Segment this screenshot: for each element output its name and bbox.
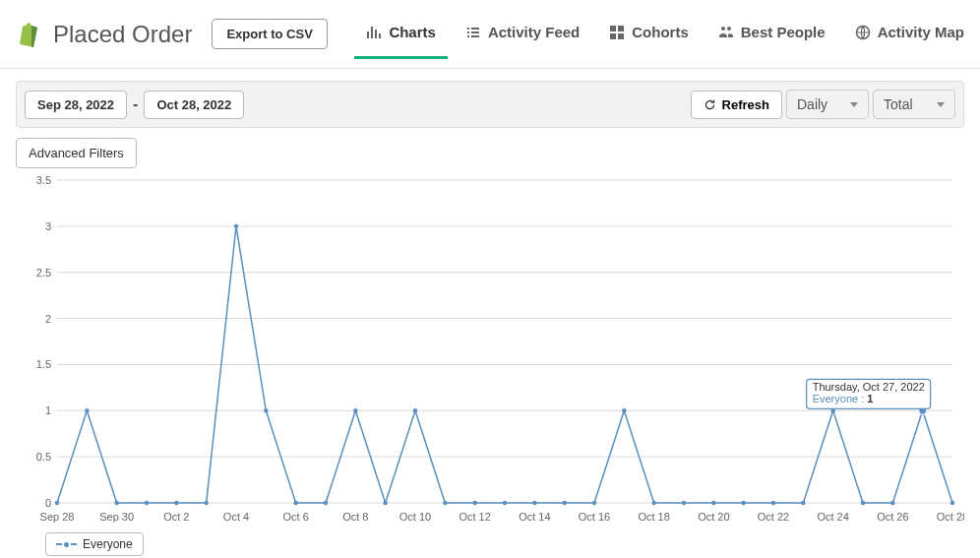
aggregation-select[interactable]: Total (873, 90, 955, 119)
svg-point-48 (503, 501, 507, 505)
svg-point-55 (711, 501, 715, 505)
svg-text:Everyone :  1: Everyone : 1 (813, 393, 874, 404)
tab-label: Charts (389, 24, 436, 40)
svg-text:Oct 26: Oct 26 (877, 511, 908, 523)
svg-point-49 (532, 501, 536, 505)
chart-area: 00.511.522.533.5Sep 28Sep 30Oct 2Oct 4Oc… (0, 168, 980, 558)
svg-text:3.5: 3.5 (36, 174, 51, 186)
header-bar: Placed Order Export to CSV Charts Activi… (0, 0, 980, 69)
svg-point-47 (472, 501, 476, 505)
svg-point-38 (204, 501, 208, 505)
list-icon (465, 25, 481, 40)
people-icon (718, 25, 734, 40)
svg-point-52 (622, 408, 626, 412)
export-csv-button[interactable]: Export to CSV (212, 19, 327, 49)
refresh-label: Refresh (722, 97, 769, 112)
svg-text:1: 1 (45, 404, 51, 416)
svg-point-63 (950, 501, 954, 505)
line-chart[interactable]: 00.511.522.533.5Sep 28Sep 30Oct 2Oct 4Oc… (16, 174, 964, 528)
tab-label: Best People (741, 24, 826, 40)
svg-text:Oct 8: Oct 8 (342, 511, 368, 523)
svg-point-40 (264, 408, 268, 412)
tabs: Charts Activity Feed Cohorts Best People… (366, 10, 964, 58)
tab-activity-map[interactable]: Activity Map (855, 10, 964, 58)
tab-label: Activity Feed (488, 24, 580, 40)
toolbar: Sep 28, 2022 - Oct 28, 2022 Refresh Dail… (16, 81, 964, 128)
svg-point-50 (562, 501, 566, 505)
svg-point-46 (443, 501, 447, 505)
svg-text:Sep 30: Sep 30 (99, 511, 134, 523)
svg-text:Oct 24: Oct 24 (817, 511, 848, 523)
svg-text:Oct 14: Oct 14 (519, 511, 550, 523)
advanced-filters-button[interactable]: Advanced Filters (16, 138, 137, 168)
svg-text:Oct 2: Oct 2 (163, 511, 189, 523)
svg-point-34 (85, 408, 89, 412)
globe-icon (855, 25, 871, 40)
svg-text:Oct 20: Oct 20 (698, 511, 729, 523)
chart-legend[interactable]: Everyone (45, 532, 144, 556)
svg-point-58 (801, 501, 805, 505)
tab-activity-feed[interactable]: Activity Feed (465, 10, 580, 58)
svg-point-37 (174, 501, 178, 505)
page-title: Placed Order (53, 21, 192, 48)
svg-text:Oct 12: Oct 12 (459, 511, 490, 523)
select-value: Total (884, 96, 913, 112)
svg-point-42 (324, 501, 328, 505)
svg-point-41 (293, 501, 297, 505)
svg-text:Oct 4: Oct 4 (223, 511, 249, 523)
svg-text:Sep 28: Sep 28 (40, 511, 75, 523)
svg-text:1.5: 1.5 (36, 358, 51, 370)
tab-label: Cohorts (632, 24, 689, 40)
granularity-select[interactable]: Daily (786, 90, 869, 119)
svg-text:Oct 16: Oct 16 (579, 511, 610, 523)
chevron-down-icon (850, 102, 858, 107)
svg-text:Oct 22: Oct 22 (758, 511, 789, 523)
shopify-icon (16, 21, 39, 48)
svg-text:Thursday, Oct 27, 2022: Thursday, Oct 27, 2022 (813, 381, 925, 393)
svg-text:Oct 18: Oct 18 (638, 511, 669, 523)
bar-chart-icon (366, 25, 382, 40)
date-range-separator: - (131, 95, 140, 113)
svg-point-45 (413, 408, 417, 412)
svg-point-61 (890, 501, 894, 505)
chevron-down-icon (937, 102, 945, 107)
legend-series-name: Everyone (83, 537, 133, 551)
svg-point-56 (741, 501, 745, 505)
tab-cohorts[interactable]: Cohorts (609, 10, 689, 58)
svg-point-35 (114, 501, 118, 505)
date-start-picker[interactable]: Sep 28, 2022 (25, 91, 127, 119)
legend-marker-icon (56, 542, 77, 547)
svg-point-57 (771, 501, 775, 505)
svg-point-54 (682, 501, 686, 505)
svg-point-60 (861, 501, 865, 505)
refresh-icon (704, 98, 716, 111)
svg-point-43 (353, 408, 357, 412)
svg-text:0: 0 (45, 497, 51, 509)
svg-text:Oct 28: Oct 28 (937, 511, 964, 523)
date-end-picker[interactable]: Oct 28, 2022 (144, 91, 244, 119)
svg-point-53 (651, 501, 655, 505)
select-value: Daily (797, 96, 827, 112)
svg-point-44 (383, 501, 387, 505)
svg-text:Oct 6: Oct 6 (283, 511, 309, 523)
svg-text:Oct 10: Oct 10 (399, 511, 431, 523)
svg-text:2.5: 2.5 (36, 267, 51, 279)
svg-text:2: 2 (45, 313, 51, 325)
svg-point-36 (145, 501, 149, 505)
svg-text:0.5: 0.5 (36, 451, 51, 463)
tab-label: Activity Map (878, 24, 964, 40)
grid-icon (609, 25, 625, 40)
svg-point-33 (55, 501, 59, 505)
refresh-button[interactable]: Refresh (691, 91, 782, 119)
svg-point-51 (592, 501, 596, 505)
tab-best-people[interactable]: Best People (718, 10, 826, 58)
tab-charts[interactable]: Charts (366, 10, 436, 58)
svg-text:3: 3 (45, 220, 51, 232)
svg-point-39 (234, 224, 238, 228)
